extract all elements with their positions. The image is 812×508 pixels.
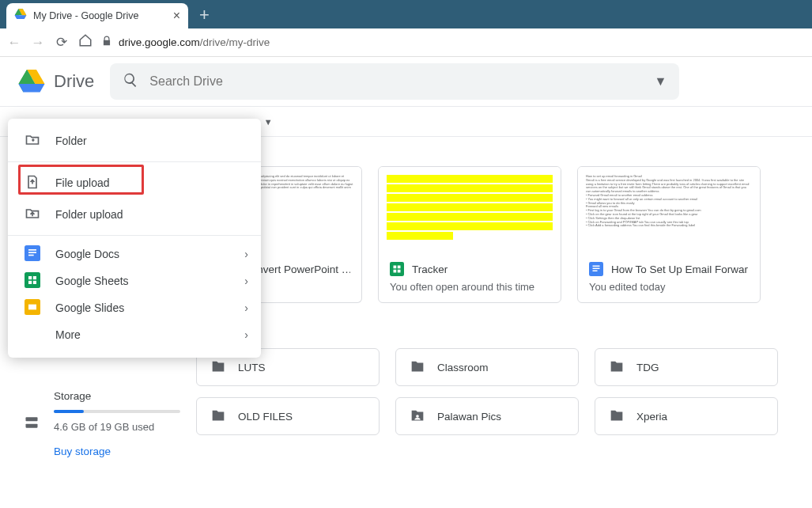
chevron-right-icon: ›: [244, 301, 248, 314]
card-subtitle: You edited today: [589, 281, 749, 293]
address-bar[interactable]: drive.google.com/drive/my-drive: [101, 36, 806, 49]
buy-storage-link[interactable]: Buy storage: [54, 445, 190, 457]
search-icon: [123, 72, 138, 91]
home-button[interactable]: [77, 33, 93, 51]
sidebar-item-storage[interactable]: Storage 4.6 GB of 19 GB used Buy storage: [24, 390, 190, 457]
quick-access-card[interactable]: How to set up email forwarding in GmailG…: [577, 166, 761, 303]
svg-rect-22: [593, 268, 600, 270]
folder-icon: [608, 408, 625, 425]
folder-icon: [210, 358, 227, 376]
svg-rect-31: [33, 276, 36, 279]
docs-icon: [589, 262, 603, 276]
svg-rect-29: [25, 272, 40, 288]
folder-icon: [210, 408, 227, 425]
menu-google-sheets[interactable]: Google Sheets ›: [8, 267, 261, 294]
lock-icon: [101, 36, 112, 49]
new-menu-popup: Folder File upload Folder upload Google …: [8, 119, 261, 358]
browser-tabbar: My Drive - Google Drive × +: [0, 0, 812, 28]
svg-rect-10: [26, 424, 38, 428]
svg-rect-16: [394, 266, 397, 269]
card-title: Tracker: [412, 263, 448, 275]
quick-access-card[interactable]: Tracker You often open around this time: [378, 166, 561, 303]
storage-bar: [54, 410, 180, 413]
quick-access-label: ess: [210, 150, 796, 161]
svg-rect-32: [28, 280, 32, 283]
content-area: ess Lorem ipsum dolor sit amet consectet…: [190, 137, 812, 457]
shared-folder-icon: [409, 408, 426, 425]
sheets-icon: [24, 272, 41, 290]
sheets-icon: [390, 262, 404, 276]
tab-title: My Drive - Google Drive: [33, 10, 167, 21]
url-path: /drive/my-drive: [200, 36, 270, 48]
card-title: How To Set Up Email Forwar…: [611, 263, 749, 275]
chevron-right-icon: ›: [244, 275, 248, 287]
drive-header: Drive ▼: [0, 57, 812, 107]
svg-rect-19: [398, 270, 401, 273]
slides-icon: [24, 299, 41, 317]
close-tab-icon[interactable]: ×: [173, 9, 180, 23]
card-subtitle: You often open around this time: [390, 281, 550, 293]
menu-google-docs[interactable]: Google Docs ›: [8, 241, 261, 267]
svg-rect-15: [390, 262, 404, 276]
folder-upload-icon: [24, 206, 41, 224]
folders-label: Folders: [210, 327, 796, 339]
storage-icon: [24, 415, 40, 433]
svg-marker-8: [19, 84, 45, 93]
browser-toolbar: ← → ⟳ drive.google.com/drive/my-drive: [0, 28, 812, 57]
svg-rect-18: [394, 270, 397, 273]
storage-label: Storage: [54, 390, 190, 402]
menu-folder-upload[interactable]: Folder upload: [8, 199, 261, 230]
menu-file-upload[interactable]: File upload: [8, 167, 261, 199]
drive-logo-text: Drive: [54, 71, 94, 92]
svg-rect-28: [28, 254, 34, 256]
docs-icon: [24, 245, 41, 263]
doc-thumbnail: How to set up email forwarding in GmailG…: [583, 172, 755, 254]
svg-marker-4: [15, 15, 27, 19]
forward-button[interactable]: →: [30, 35, 46, 51]
file-upload-icon: [24, 174, 41, 192]
search-options-icon[interactable]: ▼: [655, 74, 667, 89]
menu-new-folder[interactable]: Folder: [8, 125, 261, 157]
reload-button[interactable]: ⟳: [54, 34, 70, 51]
svg-rect-26: [28, 249, 36, 251]
chevron-right-icon: ›: [244, 248, 248, 260]
drive-favicon: [14, 8, 27, 24]
folder-item[interactable]: Xperia: [595, 397, 778, 435]
svg-rect-9: [26, 417, 38, 421]
svg-rect-21: [593, 266, 600, 267]
folder-item[interactable]: Palawan Pics: [395, 397, 579, 435]
svg-rect-33: [33, 280, 36, 283]
menu-more[interactable]: More ›: [8, 321, 261, 348]
folder-item[interactable]: OLD FILES: [196, 397, 380, 435]
chevron-right-icon: ›: [244, 328, 248, 341]
folder-item[interactable]: TDG: [595, 348, 778, 386]
svg-rect-27: [28, 252, 36, 253]
svg-rect-30: [28, 276, 32, 279]
folder-icon: [409, 358, 426, 376]
chevron-down-icon: ▼: [264, 117, 273, 127]
menu-google-slides[interactable]: Google Slides ›: [8, 294, 261, 321]
svg-rect-35: [28, 304, 36, 309]
svg-point-24: [416, 415, 419, 418]
drive-logo[interactable]: Drive: [16, 67, 94, 96]
svg-rect-23: [593, 271, 598, 272]
folder-item[interactable]: Classroom: [395, 348, 579, 386]
sheet-thumbnail: [383, 172, 556, 254]
new-folder-icon: [24, 132, 41, 150]
svg-rect-17: [398, 266, 401, 269]
url-domain: drive.google.com: [119, 36, 200, 48]
new-tab-button[interactable]: +: [199, 5, 210, 25]
browser-tab[interactable]: My Drive - Google Drive ×: [6, 3, 188, 28]
search-box[interactable]: ▼: [110, 63, 679, 100]
search-input[interactable]: [149, 74, 643, 89]
back-button[interactable]: ←: [6, 35, 22, 51]
storage-used: 4.6 GB of 19 GB used: [54, 421, 190, 433]
folder-icon: [608, 358, 625, 376]
